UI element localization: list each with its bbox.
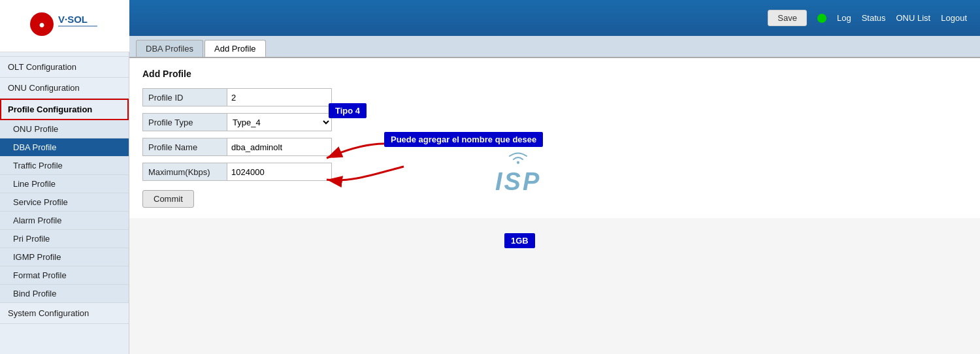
status-indicator [817, 14, 826, 23]
vsol-logo: ● V·SOL [22, 10, 107, 42]
profile-id-label: Profile ID [142, 88, 227, 106]
sidebar-item-service-profile[interactable]: Service Profile [0, 193, 129, 212]
maximum-kbps-label: Maximum(Kbps) [142, 163, 227, 181]
profile-name-input[interactable] [227, 138, 332, 156]
tabs-bar: DBA Profiles Add Profile [129, 36, 980, 58]
logo-area: ● V·SOL [0, 0, 129, 52]
commit-button[interactable]: Commit [142, 190, 194, 208]
tab-dba-profiles[interactable]: DBA Profiles [136, 40, 203, 57]
form-area: Add Profile Profile ID Profile Type Type… [129, 58, 980, 218]
tab-add-profile[interactable]: Add Profile [204, 40, 266, 57]
main-content: DBA Profiles Add Profile Add Profile Pro… [129, 36, 980, 354]
sidebar-item-alarm-profile[interactable]: Alarm Profile [0, 212, 129, 230]
header: Save Log Status ONU List Logout [129, 0, 980, 36]
save-button[interactable]: Save [768, 10, 807, 26]
sidebar-item-format-profile[interactable]: Format Profile [0, 266, 129, 285]
profile-type-row: Profile Type Type_1 Type_2 Type_3 Type_4… [142, 113, 967, 131]
sidebar-item-onu-configuration[interactable]: ONU Configuration [0, 78, 129, 99]
form-title: Add Profile [142, 69, 967, 79]
sidebar: OLT Information OLT Configuration ONU Co… [0, 36, 129, 354]
sidebar-item-line-profile[interactable]: Line Profile [0, 175, 129, 193]
maximum-kbps-row: Maximum(Kbps) [142, 163, 967, 181]
profile-name-label: Profile Name [142, 138, 227, 156]
svg-text:●: ● [39, 19, 45, 30]
1gb-badge: 1GB [504, 233, 535, 248]
sidebar-item-dba-profile[interactable]: DBA Profile [0, 138, 129, 157]
profile-id-input[interactable] [227, 88, 332, 106]
sidebar-item-profile-configuration[interactable]: Profile Configuration [0, 99, 129, 120]
sidebar-item-onu-profile[interactable]: ONU Profile [0, 120, 129, 138]
status-link[interactable]: Status [862, 13, 886, 23]
svg-text:V·SOL: V·SOL [58, 14, 88, 25]
profile-id-row: Profile ID [142, 88, 967, 106]
log-link[interactable]: Log [837, 13, 851, 23]
profile-name-row: Profile Name [142, 138, 967, 156]
sidebar-item-olt-configuration[interactable]: OLT Configuration [0, 57, 129, 78]
sidebar-item-bind-profile[interactable]: Bind Profile [0, 285, 129, 303]
profile-type-label: Profile Type [142, 113, 227, 131]
sidebar-item-traffic-profile[interactable]: Traffic Profile [0, 157, 129, 175]
sidebar-item-system-configuration[interactable]: System Configuration [0, 303, 129, 324]
profile-type-select[interactable]: Type_1 Type_2 Type_3 Type_4 Type_5 [227, 113, 332, 131]
onu-list-link[interactable]: ONU List [896, 13, 931, 23]
sidebar-item-igmp-profile[interactable]: IGMP Profile [0, 248, 129, 266]
sidebar-item-pri-profile[interactable]: Pri Profile [0, 230, 129, 248]
logout-link[interactable]: Logout [941, 13, 967, 23]
maximum-kbps-input[interactable] [227, 163, 332, 181]
